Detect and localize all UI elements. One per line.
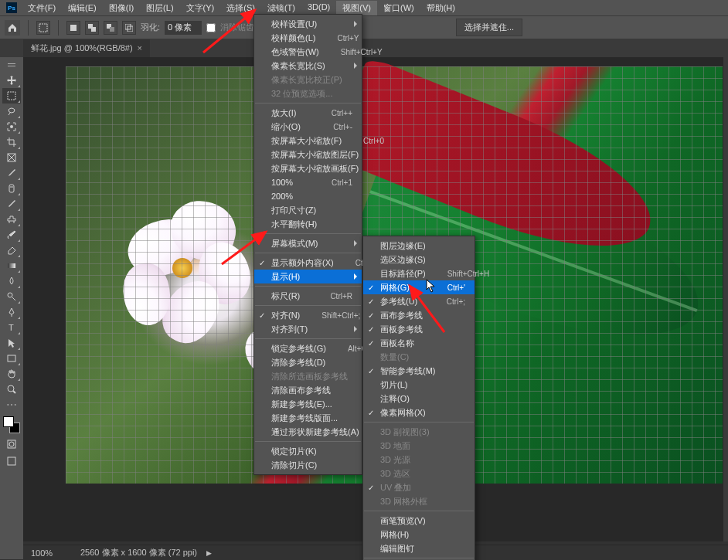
pen-tool[interactable] [2,304,21,320]
menu-3d[interactable]: 3D(D) [301,1,336,15]
menu-滤镜[interactable]: 滤镜(T) [261,1,301,15]
zoom-tool[interactable] [2,382,21,397]
show-submenu-item-16: 3D 光源 [363,453,475,467]
svg-line-19 [12,297,15,300]
rectangle-tool[interactable] [2,351,21,366]
menu-选择[interactable]: 选择(S) [220,1,261,15]
dodge-tool[interactable] [2,289,21,304]
menu-帮助[interactable]: 帮助(H) [420,1,461,15]
status-arrow-icon[interactable]: ▶ [206,549,212,557]
brush-tool[interactable] [2,196,21,212]
view-menu-item-0[interactable]: 校样设置(U) [254,17,362,31]
view-menu-item-3[interactable]: 像素长宽比(S) [254,59,362,73]
view-menu-item-33[interactable]: 通过形状新建参考线(A) [254,425,362,439]
show-submenu-item-12[interactable]: ✓像素网格(X) [363,406,475,419]
zoom-level[interactable]: 100% [31,548,71,558]
show-submenu-item-22[interactable]: 网格(H) [363,528,475,541]
menu-文件[interactable]: 文件(F) [22,1,62,15]
view-menu-item-1[interactable]: 校样颜色(L)Ctrl+Y [254,31,362,45]
view-menu-item-27[interactable]: 锁定参考线(G)Alt+Ctrl+; [254,341,362,355]
blur-tool[interactable] [2,273,21,289]
anti-alias-checkbox[interactable] [206,23,216,32]
show-submenu-item-9[interactable]: ✓智能参考线(M) [363,364,475,378]
view-menu-item-14[interactable]: 打印尺寸(Z) [254,203,362,217]
selection-mode-add-icon[interactable] [85,21,99,35]
edit-toolbar[interactable]: ⋯ [2,397,21,412]
view-menu-item-8[interactable]: 缩小(O)Ctrl+- [254,120,362,134]
document-tab[interactable]: 鲜花.jpg @ 100%(RGB/8#) × [23,39,150,57]
show-submenu-item-23[interactable]: 编辑图钉 [363,541,475,555]
gradient-tool[interactable] [2,258,21,273]
history-brush-tool[interactable] [2,227,21,243]
show-submenu-item-3[interactable]: ✓网格(G)Ctrl+' [363,280,475,294]
show-submenu-item-5[interactable]: ✓画布参考线 [363,308,475,322]
show-submenu-item-10[interactable]: 切片(L) [363,378,475,392]
menu-视图[interactable]: 视图(V) [336,1,377,15]
lasso-tool[interactable] [2,104,21,119]
selection-mode-intersect-icon[interactable] [122,21,136,35]
menu-编辑[interactable]: 编辑(E) [62,1,103,15]
view-menu-item-31[interactable]: 新建参考线(E)... [254,397,362,411]
foreground-background-colors[interactable] [2,416,21,434]
view-menu-item-32[interactable]: 新建参考线版面... [254,411,362,425]
view-menu-item-13[interactable]: 200% [254,189,362,203]
eraser-tool[interactable] [2,243,21,258]
view-menu-item-24[interactable]: ✓对齐(N)Shift+Ctrl+; [254,308,362,322]
toolbox-handle[interactable] [2,57,21,73]
rectangular-marquee-tool[interactable] [2,88,21,104]
show-submenu-item-0[interactable]: 图层边缘(E) [363,239,475,253]
view-menu-item-12[interactable]: 100%Ctrl+1 [254,175,362,189]
svg-rect-21 [8,355,15,361]
view-menu-item-19[interactable]: ✓显示额外内容(X)Ctrl+H [254,256,362,270]
show-submenu-item-11[interactable]: 注释(O) [363,392,475,406]
shortcut-label: Ctrl+0 [363,137,384,145]
home-button[interactable] [5,20,20,36]
view-menu-item-label: 屏幕模式(M) [271,238,352,249]
show-submenu-item-4[interactable]: ✓参考线(U)Ctrl+; [363,294,475,308]
menu-窗口[interactable]: 窗口(W) [377,1,420,15]
view-menu-item-25[interactable]: 对齐到(T) [254,322,362,336]
quick-selection-tool[interactable] [2,119,21,134]
view-menu-item-4: 像素长宽比校正(P) [254,73,362,87]
menu-图层[interactable]: 图层(L) [140,1,179,15]
show-submenu-item-21[interactable]: 画笔预览(V) [363,514,475,528]
view-menu-item-2[interactable]: 色域警告(W)Shift+Ctrl+Y [254,45,362,59]
view-menu-item-36[interactable]: 清除切片(C) [254,458,362,472]
eyedropper-tool[interactable] [2,165,21,181]
view-menu-item-label: 清除所选画板参考线 [271,371,352,382]
view-menu-item-10[interactable]: 按屏幕大小缩放图层(F) [254,148,362,161]
quick-mask-toggle[interactable] [2,437,21,451]
view-menu-item-15[interactable]: 水平翻转(H) [254,217,362,231]
show-submenu-item-1[interactable]: 选区边缘(S) [363,253,475,266]
close-icon[interactable]: × [138,43,142,53]
view-menu-item-20[interactable]: 显示(H) [254,270,362,283]
frame-tool[interactable] [2,150,21,165]
show-submenu-item-7[interactable]: ✓画板名称 [363,336,475,350]
active-tool-icon[interactable] [36,21,50,35]
screen-mode-toggle[interactable] [2,454,21,468]
show-submenu-item-2[interactable]: 目标路径(P)Shift+Ctrl+H [363,266,475,280]
menu-文字[interactable]: 文字(Y) [180,1,221,15]
view-menu-item-35[interactable]: 锁定切片(K) [254,444,362,458]
healing-brush-tool[interactable] [2,181,21,196]
selection-mode-subtract-icon[interactable] [104,21,117,35]
view-menu-item-28[interactable]: 清除参考线(D) [254,355,362,369]
view-menu-item-11[interactable]: 按屏幕大小缩放画板(F) [254,161,362,175]
feather-input[interactable] [165,21,202,35]
view-menu-item-30[interactable]: 清除画布参考线 [254,383,362,397]
clone-stamp-tool[interactable] [2,212,21,227]
path-selection-tool[interactable] [2,335,21,351]
view-menu-item-9[interactable]: 按屏幕大小缩放(F)Ctrl+0 [254,134,362,148]
view-menu-item-17[interactable]: 屏幕模式(M) [254,236,362,250]
show-submenu-item-6[interactable]: ✓画板参考线 [363,322,475,336]
menu-图像[interactable]: 图像(I) [103,1,140,15]
selection-mode-new-icon[interactable] [66,21,80,35]
type-tool[interactable]: T [2,320,21,335]
crop-tool[interactable] [2,134,21,150]
hand-tool[interactable] [2,366,21,382]
select-and-mask-button[interactable]: 选择并遮住... [456,19,522,36]
move-tool[interactable] [2,73,21,88]
view-menu-item-22[interactable]: 标尺(R)Ctrl+R [254,289,362,303]
view-menu-item-label: 按屏幕大小缩放图层(F) [271,149,359,161]
view-menu-item-7[interactable]: 放大(I)Ctrl++ [254,106,362,120]
